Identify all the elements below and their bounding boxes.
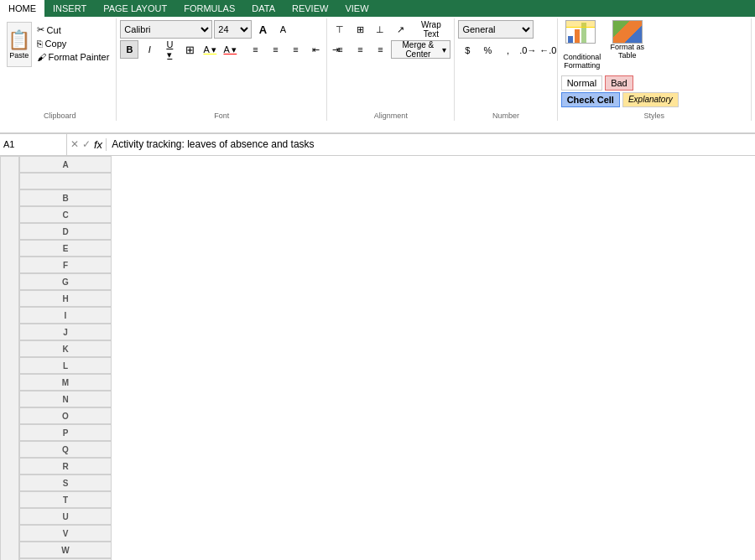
chevron-down-icon: ▾	[442, 45, 446, 54]
comma-button[interactable]: ,	[498, 41, 517, 60]
paste-icon: 📋	[8, 29, 30, 51]
top-align-button[interactable]: ⊤	[331, 20, 349, 39]
cut-icon: ✂	[37, 24, 44, 35]
number-group: General $ % , .0→ ←.0 Number	[455, 18, 557, 121]
copy-button[interactable]: ⎘ Copy	[35, 38, 112, 49]
percent-button[interactable]: %	[478, 41, 497, 60]
border-button[interactable]: ⊞	[180, 40, 199, 59]
font-shrink-button[interactable]: A	[273, 20, 292, 39]
style-explanatory[interactable]: Explanatory	[622, 92, 679, 107]
tab-formulas[interactable]: FORMULAS	[175, 0, 243, 17]
name-box[interactable]: A1	[0, 134, 67, 155]
cancel-icon[interactable]: ✕	[70, 138, 79, 150]
font-grow-button[interactable]: A	[253, 20, 272, 39]
tab-review[interactable]: REVIEW	[284, 0, 336, 17]
clipboard-label: Clipboard	[3, 111, 116, 120]
text-right-button[interactable]: ≡	[371, 40, 389, 59]
insert-function-icon[interactable]: fx	[94, 138, 102, 151]
format-painter-button[interactable]: 🖌 Format Painter	[35, 51, 112, 63]
text-center-button[interactable]: ≡	[351, 40, 369, 59]
align-left-button[interactable]: ≡	[246, 40, 264, 59]
style-bad[interactable]: Bad	[605, 75, 633, 91]
font-group-label: Font	[117, 111, 326, 120]
cut-button[interactable]: ✂ Cut	[35, 23, 112, 36]
col-letters-row: A B C D E F G H I J K L M N O P Q R S T	[1, 156, 756, 560]
main-spreadsheet: A B C D E F G H I J K L M N O P Q R S T	[0, 156, 755, 560]
font-group: Calibri 24 A A B I U ▾ ⊞ A ▾ A ▾ ≡ ≡ ≡ ⇤	[117, 18, 327, 121]
bottom-align-button[interactable]: ⊥	[371, 20, 389, 39]
spreadsheet-area[interactable]: A B C D E F G H I J K L M N O P Q R S T	[0, 156, 755, 560]
tab-data[interactable]: DATA	[243, 0, 284, 17]
orientation-button[interactable]: ↗	[391, 20, 409, 39]
format-as-table-button[interactable]: Format as Table	[607, 20, 648, 60]
bold-button[interactable]: B	[120, 40, 138, 59]
font-size-select[interactable]: 24	[214, 20, 252, 39]
tab-page-layout[interactable]: PAGE LAYOUT	[95, 0, 175, 17]
formula-input[interactable]	[107, 138, 755, 150]
font-name-select[interactable]: Calibri	[120, 20, 212, 39]
paintbrush-icon: 🖌	[37, 52, 46, 62]
text-left-button[interactable]: ≡	[331, 40, 349, 59]
conditional-formatting-button[interactable]: Conditional Formatting	[561, 20, 603, 70]
font-color-button[interactable]: A ▾	[221, 40, 239, 59]
alignment-group: ⊤ ⊞ ⊥ ↗ Wrap Text ≡ ≡ ≡ Merge & Center ▾…	[327, 18, 455, 121]
underline-button[interactable]: U ▾	[160, 40, 179, 59]
style-check-cell[interactable]: Check Cell	[561, 92, 620, 107]
merge-center-button[interactable]: Merge & Center ▾	[391, 40, 450, 59]
middle-align-button[interactable]: ⊞	[351, 20, 369, 39]
alignment-label: Alignment	[327, 111, 454, 120]
currency-button[interactable]: $	[458, 41, 476, 60]
italic-button[interactable]: I	[140, 40, 159, 59]
confirm-icon[interactable]: ✓	[82, 138, 91, 150]
number-format-select[interactable]: General	[458, 20, 534, 39]
tab-view[interactable]: VIEW	[336, 0, 377, 17]
increase-decimal-button[interactable]: .0→	[518, 41, 537, 60]
number-label: Number	[455, 111, 556, 120]
formula-bar: A1 ✕ ✓ fx	[0, 134, 755, 156]
formula-icons: ✕ ✓ fx	[67, 138, 107, 151]
decrease-decimal-button[interactable]: ←.0	[539, 41, 557, 60]
styles-label: Styles	[558, 111, 751, 120]
align-center-button[interactable]: ≡	[266, 40, 284, 59]
wrap-text-button[interactable]: Wrap Text	[411, 20, 450, 39]
paste-button[interactable]: 📋 Paste	[7, 22, 32, 67]
clipboard-group: 📋 Paste ✂ Cut ⎘ Copy 🖌 Format Painter	[3, 18, 117, 121]
align-right-button[interactable]: ≡	[286, 40, 305, 59]
decrease-indent-button[interactable]: ⇤	[306, 40, 325, 59]
tab-home[interactable]: HOME	[0, 0, 44, 17]
copy-icon: ⎘	[37, 39, 43, 49]
styles-group: Conditional Formatting Format as Table N…	[558, 18, 752, 121]
style-normal[interactable]: Normal	[561, 75, 602, 91]
fill-color-button[interactable]: A ▾	[200, 40, 219, 59]
tab-insert[interactable]: INSERT	[44, 0, 95, 17]
